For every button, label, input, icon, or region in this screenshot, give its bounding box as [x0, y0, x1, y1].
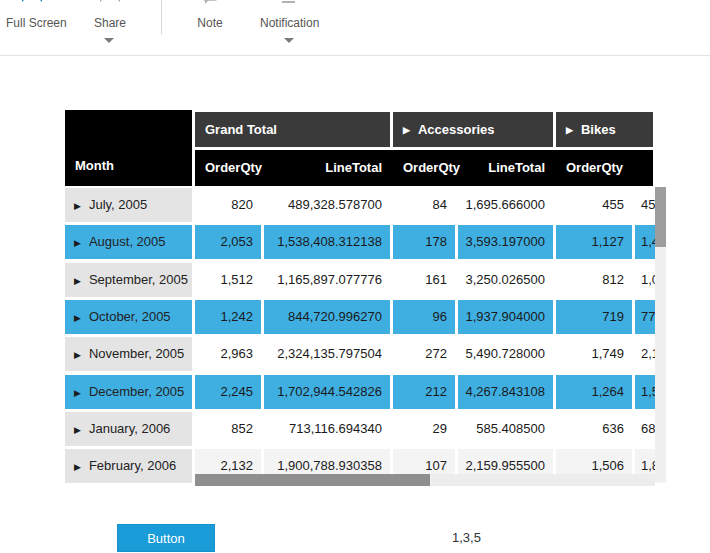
month-header-cell: Month: [65, 110, 192, 186]
row-header-cell[interactable]: ▶February, 2006: [65, 449, 192, 483]
expand-arrow-icon[interactable]: ▶: [566, 113, 573, 147]
share-button[interactable]: Share: [88, 0, 132, 30]
col-header-gt-linetotal: LineTotal: [264, 150, 382, 186]
row-header-cell[interactable]: ▶September, 2005: [65, 263, 192, 297]
fullscreen-icon: [6, 0, 58, 13]
value-cell[interactable]: 5,490.728000: [458, 337, 553, 371]
value-cell[interactable]: 820: [195, 188, 261, 222]
value-cell[interactable]: 719: [556, 300, 632, 334]
row-header-label: November, 2005: [89, 346, 184, 361]
fullscreen-label: Full Screen: [6, 16, 58, 30]
value-cell[interactable]: 96: [393, 300, 455, 334]
notification-icon: [260, 0, 318, 13]
value-cell[interactable]: 84: [393, 188, 455, 222]
value-cell[interactable]: 713,116.694340: [264, 412, 390, 446]
col-header-acc-orderqty: OrderQty: [403, 150, 460, 186]
share-icon: [88, 0, 132, 13]
note-label: Note: [192, 16, 228, 30]
row-header-label: August, 2005: [89, 234, 166, 249]
fullscreen-button[interactable]: Full Screen: [6, 0, 58, 30]
value-cell[interactable]: 178: [393, 225, 455, 259]
measure-header-row: OrderQty LineTotal OrderQty LineTotal Or…: [195, 150, 653, 186]
value-cell[interactable]: 1,538,408.312138: [264, 225, 390, 259]
value-cell[interactable]: 585.408500: [458, 412, 553, 446]
row-header-label: January, 2006: [89, 421, 170, 436]
page: Full Screen Share Note: [0, 0, 710, 553]
row-header-cell[interactable]: ▶August, 2005: [65, 225, 192, 259]
group-header-label: Bikes: [581, 122, 616, 137]
row-header-cell[interactable]: ▶December, 2005: [65, 375, 192, 409]
expand-arrow-icon[interactable]: ▶: [74, 226, 81, 259]
expand-arrow-icon[interactable]: ▶: [74, 189, 81, 222]
value-cell[interactable]: 3,250.026500: [458, 263, 553, 297]
expand-arrow-icon[interactable]: ▶: [74, 338, 81, 371]
value-cell[interactable]: 455: [556, 188, 632, 222]
selected-rows-text: 1,3,5: [452, 530, 481, 545]
value-cell[interactable]: 489,328.578700: [264, 188, 390, 222]
notification-dropdown-caret[interactable]: [284, 38, 294, 43]
row-header-cell[interactable]: ▶January, 2006: [65, 412, 192, 446]
value-cell[interactable]: 1,264: [556, 375, 632, 409]
row-header-cell[interactable]: ▶November, 2005: [65, 337, 192, 371]
group-header-accessories[interactable]: ▶Accessories: [393, 112, 553, 147]
value-cell[interactable]: 2,245: [195, 375, 261, 409]
row-header-label: July, 2005: [89, 197, 147, 212]
value-cell[interactable]: 1,695.666000: [458, 188, 553, 222]
value-cell[interactable]: 29: [393, 412, 455, 446]
group-header-grand-total[interactable]: Grand Total: [195, 112, 390, 147]
row-header-label: October, 2005: [89, 309, 171, 324]
row-header-cell[interactable]: ▶October, 2005: [65, 300, 192, 334]
notification-button[interactable]: Notification: [260, 0, 318, 30]
value-cell[interactable]: 2,324,135.797504: [264, 337, 390, 371]
toolbar: Full Screen Share Note: [0, 0, 710, 56]
toolbar-separator: [161, 0, 162, 34]
col-header-bikes-orderqty: OrderQty: [566, 150, 623, 186]
share-dropdown-caret[interactable]: [104, 38, 114, 43]
horizontal-scrollbar[interactable]: [195, 474, 655, 486]
value-cell[interactable]: 1,127: [556, 225, 632, 259]
value-cell[interactable]: 1,749: [556, 337, 632, 371]
share-label: Share: [88, 16, 132, 30]
value-cell[interactable]: 1,242: [195, 300, 261, 334]
notification-label: Notification: [260, 16, 318, 30]
value-cell[interactable]: 2,963: [195, 337, 261, 371]
row-header-cell[interactable]: ▶July, 2005: [65, 188, 192, 222]
row-header-label: December, 2005: [89, 384, 184, 399]
row-header-label: February, 2006: [89, 458, 176, 473]
row-header-label: September, 2005: [89, 272, 188, 287]
note-icon: [192, 0, 228, 13]
value-cell[interactable]: 2,053: [195, 225, 261, 259]
value-cell[interactable]: 1,937.904000: [458, 300, 553, 334]
value-cell[interactable]: 852: [195, 412, 261, 446]
pivot-grid: Month Grand Total ▶Accessories ▶Bikes Or…: [65, 110, 666, 486]
value-cell[interactable]: 844,720.996270: [264, 300, 390, 334]
value-cell[interactable]: 1,702,944.542826: [264, 375, 390, 409]
col-header-acc-linetotal: LineTotal: [458, 150, 545, 186]
note-button[interactable]: Note: [192, 0, 228, 30]
expand-arrow-icon[interactable]: ▶: [74, 301, 81, 334]
value-cell[interactable]: 812: [556, 263, 632, 297]
value-cell[interactable]: 636: [556, 412, 632, 446]
footer-button[interactable]: Button: [117, 524, 215, 552]
horizontal-scrollbar-thumb[interactable]: [195, 474, 430, 486]
value-cell[interactable]: 272: [393, 337, 455, 371]
col-header-gt-orderqty: OrderQty: [205, 150, 262, 186]
value-cell[interactable]: 1,512: [195, 263, 261, 297]
expand-arrow-icon[interactable]: ▶: [74, 413, 81, 446]
group-header-bikes[interactable]: ▶Bikes: [556, 112, 653, 147]
value-cell[interactable]: 3,593.197000: [458, 225, 553, 259]
value-cell[interactable]: 4,267.843108: [458, 375, 553, 409]
expand-arrow-icon[interactable]: ▶: [403, 113, 410, 147]
expand-arrow-icon[interactable]: ▶: [74, 376, 81, 409]
expand-arrow-icon[interactable]: ▶: [74, 450, 81, 483]
expand-arrow-icon[interactable]: ▶: [74, 264, 81, 297]
group-header-label: Grand Total: [205, 122, 277, 137]
value-cell[interactable]: 161: [393, 263, 455, 297]
vertical-scrollbar[interactable]: [655, 187, 666, 482]
value-cell[interactable]: 1,165,897.077776: [264, 263, 390, 297]
group-header-label: Accessories: [418, 122, 495, 137]
value-cell[interactable]: 212: [393, 375, 455, 409]
vertical-scrollbar-thumb[interactable]: [655, 187, 666, 247]
